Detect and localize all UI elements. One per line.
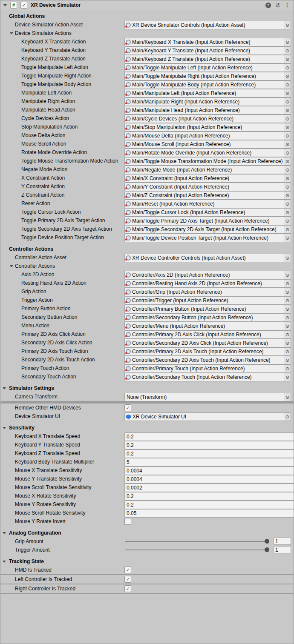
slider-value-input[interactable]: [274, 546, 291, 553]
text-input[interactable]: [124, 458, 294, 467]
section-label[interactable]: Simulator Settings: [9, 385, 289, 391]
object-picker-icon[interactable]: ⊙: [284, 55, 291, 63]
object-field[interactable]: Main/Toggle Manipulate Right (Input Acti…: [124, 72, 291, 80]
object-picker-icon[interactable]: ⊙: [284, 356, 291, 364]
object-field[interactable]: Main/Toggle Cursor Lock (Input Action Re…: [124, 208, 291, 217]
object-field[interactable]: Main/Negate Mode (Input Action Reference…: [124, 166, 291, 174]
object-field[interactable]: Controller/Secondary Touch (Input Action…: [124, 373, 291, 381]
object-picker-icon[interactable]: ⊙: [284, 81, 291, 89]
help-icon[interactable]: ?: [265, 3, 271, 8]
checkbox[interactable]: ✓: [124, 585, 131, 592]
object-field[interactable]: Main/Reset (Input Action Reference)⊙: [124, 200, 291, 208]
object-field[interactable]: Controller/Secondary 2D Axis Touch (Inpu…: [124, 356, 291, 364]
object-field[interactable]: Controller/Primary 2D Axis Touch (Input …: [124, 347, 291, 356]
object-field[interactable]: Main/Mouse Scroll (Input Action Referenc…: [124, 140, 291, 149]
presets-icon[interactable]: [275, 2, 281, 8]
object-picker-icon[interactable]: ⊙: [284, 115, 291, 123]
text-input[interactable]: [124, 509, 294, 518]
object-field[interactable]: Main/Toggle Mouse Transformation Mode (I…: [124, 157, 291, 166]
object-field[interactable]: Main/Manipulate Left (Input Action Refer…: [124, 89, 291, 97]
object-field[interactable]: Main/Toggle Secondary 2D Axis Target (In…: [124, 225, 291, 234]
object-picker-icon[interactable]: ⊙: [284, 297, 291, 304]
object-picker-icon[interactable]: ⊙: [284, 132, 291, 140]
object-picker-icon[interactable]: ⊙: [284, 322, 291, 330]
object-picker-icon[interactable]: ⊙: [284, 271, 291, 279]
object-field[interactable]: Controller/Trigger (Input Action Referen…: [124, 296, 291, 305]
object-field[interactable]: Controller/Primary Button (Input Action …: [124, 305, 291, 313]
object-field[interactable]: XR Device Simulator UI⊙: [124, 412, 291, 421]
component-foldout-icon[interactable]: [3, 4, 7, 6]
object-field[interactable]: Main/Keyboard Y Translate (Input Action …: [124, 46, 291, 55]
object-field[interactable]: Main/Toggle Manipulate Left (Input Actio…: [124, 63, 291, 72]
object-picker-icon[interactable]: ⊙: [284, 123, 291, 131]
object-field[interactable]: Main/Z Constraint (Input Action Referenc…: [124, 191, 291, 200]
object-picker-icon[interactable]: ⊙: [284, 140, 291, 148]
slider-handle[interactable]: [265, 547, 269, 552]
object-picker-icon[interactable]: ⊙: [284, 21, 291, 29]
object-picker-icon[interactable]: ⊙: [284, 98, 291, 106]
text-input[interactable]: [124, 449, 294, 458]
object-picker-icon[interactable]: ⊙: [284, 413, 291, 421]
object-field[interactable]: XR Device Controller Controls (Input Act…: [124, 254, 291, 262]
object-picker-icon[interactable]: ⊙: [284, 89, 291, 97]
text-input[interactable]: [124, 501, 294, 509]
object-picker-icon[interactable]: ⊙: [284, 339, 291, 347]
object-field[interactable]: Main/Y Constraint (Input Action Referenc…: [124, 183, 291, 191]
object-field[interactable]: Main/Toggle Device Position Target (Inpu…: [124, 234, 291, 242]
object-field[interactable]: Main/Keyboard Z Translate (Input Action …: [124, 55, 291, 63]
text-input[interactable]: [124, 432, 294, 441]
foldout-label[interactable]: Device Simulator Actions: [15, 30, 289, 36]
slider-handle[interactable]: [265, 539, 269, 544]
object-picker-icon[interactable]: ⊙: [284, 72, 291, 80]
object-picker-icon[interactable]: ⊙: [284, 209, 291, 216]
object-field[interactable]: XR Device Simulator Controls (Input Acti…: [124, 21, 291, 29]
object-field[interactable]: Controller/Secondary Button (Input Actio…: [124, 313, 291, 322]
text-input[interactable]: [124, 441, 294, 449]
object-field[interactable]: Main/Toggle Primary 2D Axis Target (Inpu…: [124, 217, 291, 225]
object-picker-icon[interactable]: ⊙: [284, 331, 291, 338]
object-picker-icon[interactable]: ⊙: [284, 106, 291, 114]
section-label[interactable]: Sensitivity: [9, 425, 289, 431]
object-picker-icon[interactable]: ⊙: [284, 217, 291, 225]
foldout-arrow-icon[interactable]: [3, 532, 6, 534]
object-picker-icon[interactable]: ⊙: [284, 393, 291, 401]
object-picker-icon[interactable]: ⊙: [284, 183, 291, 191]
object-picker-icon[interactable]: ⊙: [284, 373, 291, 381]
checkbox[interactable]: ✓: [124, 404, 131, 411]
foldout-arrow-icon[interactable]: [3, 387, 6, 389]
object-field[interactable]: Main/Rotate Mode Override (Input Action …: [124, 149, 291, 157]
foldout-label[interactable]: Controller Actions: [15, 263, 289, 269]
object-picker-icon[interactable]: ⊙: [284, 175, 291, 182]
object-picker-icon[interactable]: ⊙: [284, 280, 291, 287]
component-enabled-checkbox[interactable]: ✓: [20, 2, 27, 9]
object-picker-icon[interactable]: ⊙: [284, 348, 291, 355]
object-field[interactable]: Controller/Primary 2D Axis Click (Input …: [124, 330, 291, 339]
foldout-arrow-icon[interactable]: [3, 427, 6, 429]
object-field[interactable]: Main/Stop Manipulation (Input Action Ref…: [124, 123, 291, 132]
object-field[interactable]: Main/X Constraint (Input Action Referenc…: [124, 174, 291, 183]
object-field[interactable]: Controller/Menu (Input Action Reference)…: [124, 322, 291, 330]
object-picker-icon[interactable]: ⊙: [284, 288, 291, 296]
object-field[interactable]: Main/Toggle Manipulate Body (Input Actio…: [124, 80, 291, 89]
context-menu-icon[interactable]: ⋮: [285, 2, 290, 8]
object-field[interactable]: None (Transform)⊙: [124, 393, 291, 401]
object-picker-icon[interactable]: ⊙: [284, 226, 291, 233]
object-field[interactable]: Main/Mouse Delta (Input Action Reference…: [124, 132, 291, 140]
object-picker-icon[interactable]: ⊙: [284, 192, 291, 199]
section-label[interactable]: Analog Configuration: [9, 530, 289, 536]
checkbox[interactable]: [124, 518, 131, 525]
object-picker-icon[interactable]: ⊙: [284, 38, 291, 46]
object-picker-icon[interactable]: ⊙: [284, 47, 291, 54]
checkbox[interactable]: ✓: [124, 567, 131, 573]
object-field[interactable]: Main/Manipulate Head (Input Action Refer…: [124, 106, 291, 114]
object-picker-icon[interactable]: ⊙: [284, 314, 291, 321]
object-field[interactable]: Controller/Secondary 2D Axis Click (Inpu…: [124, 339, 291, 347]
slider-track[interactable]: [125, 541, 267, 542]
object-picker-icon[interactable]: ⊙: [284, 200, 291, 208]
object-picker-icon[interactable]: ⊙: [284, 254, 291, 262]
object-picker-icon[interactable]: ⊙: [284, 64, 291, 72]
object-field[interactable]: Controller/Grip (Input Action Reference)…: [124, 288, 291, 296]
text-input[interactable]: [124, 475, 294, 484]
slider-track[interactable]: [125, 550, 267, 550]
object-field[interactable]: Controller/Resting Hand Axis 2D (Input A…: [124, 279, 291, 288]
